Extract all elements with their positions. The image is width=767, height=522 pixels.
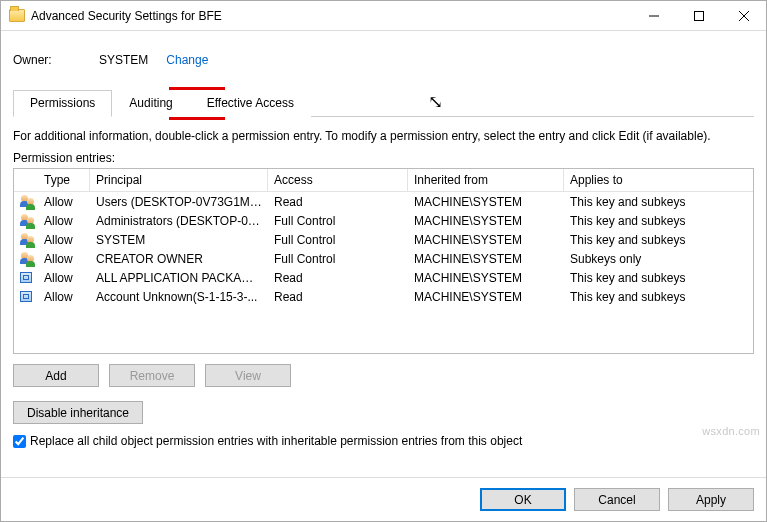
disable-inheritance-button[interactable]: Disable inheritance — [13, 401, 143, 424]
table-row[interactable]: AllowSYSTEMFull ControlMACHINE\SYSTEMThi… — [14, 230, 753, 249]
cell-type: Allow — [38, 213, 90, 229]
grid-buttons: Add Remove View — [13, 364, 754, 387]
view-button[interactable]: View — [205, 364, 291, 387]
col-inherited[interactable]: Inherited from — [408, 169, 564, 191]
cell-type: Allow — [38, 251, 90, 267]
replace-child-checkbox[interactable] — [13, 435, 26, 448]
replace-child-row: Replace all child object permission entr… — [13, 434, 754, 448]
users-icon — [20, 252, 32, 266]
package-icon — [20, 272, 32, 283]
minimize-button[interactable] — [631, 1, 676, 30]
cell-principal: ALL APPLICATION PACKAGES — [90, 270, 268, 286]
users-icon — [20, 233, 32, 247]
folder-icon — [9, 9, 25, 22]
add-button[interactable]: Add — [13, 364, 99, 387]
cell-inherited: MACHINE\SYSTEM — [408, 251, 564, 267]
cell-access: Read — [268, 289, 408, 305]
col-access[interactable]: Access — [268, 169, 408, 191]
cell-principal: Users (DESKTOP-0V73G1M\Us... — [90, 194, 268, 210]
cell-type: Allow — [38, 194, 90, 210]
cell-inherited: MACHINE\SYSTEM — [408, 194, 564, 210]
cell-applies: This key and subkeys — [564, 194, 753, 210]
col-applies[interactable]: Applies to — [564, 169, 753, 191]
table-row[interactable]: AllowAccount Unknown(S-1-15-3-...ReadMAC… — [14, 287, 753, 306]
tab-auditing[interactable]: Auditing — [112, 90, 189, 117]
resize-cursor-icon: ⤡ — [428, 91, 443, 113]
grid-header: Type Principal Access Inherited from App… — [14, 169, 753, 192]
owner-value: SYSTEM — [99, 53, 148, 67]
close-button[interactable] — [721, 1, 766, 30]
col-icon[interactable] — [14, 169, 38, 191]
tab-permissions[interactable]: Permissions — [13, 90, 112, 117]
cell-applies: Subkeys only — [564, 251, 753, 267]
tab-effective-access[interactable]: Effective Access — [190, 90, 311, 117]
table-row[interactable]: AllowALL APPLICATION PACKAGESReadMACHINE… — [14, 268, 753, 287]
table-row[interactable]: AllowUsers (DESKTOP-0V73G1M\Us...ReadMAC… — [14, 192, 753, 211]
cell-inherited: MACHINE\SYSTEM — [408, 289, 564, 305]
cell-principal: Administrators (DESKTOP-0V7... — [90, 213, 268, 229]
content-area: Owner: SYSTEM Change ⤡ Permissions Audit… — [1, 31, 766, 477]
cell-inherited: MACHINE\SYSTEM — [408, 213, 564, 229]
table-row[interactable]: AllowCREATOR OWNERFull ControlMACHINE\SY… — [14, 249, 753, 268]
users-icon — [20, 195, 32, 209]
cell-applies: This key and subkeys — [564, 213, 753, 229]
owner-label: Owner: — [13, 53, 99, 67]
cell-principal: SYSTEM — [90, 232, 268, 248]
cell-type: Allow — [38, 289, 90, 305]
info-text: For additional information, double-click… — [13, 129, 754, 143]
cell-access: Full Control — [268, 232, 408, 248]
tab-strip: Permissions Auditing Effective Access — [13, 89, 754, 117]
ok-button[interactable]: OK — [480, 488, 566, 511]
entries-label: Permission entries: — [13, 151, 754, 165]
maximize-button[interactable] — [676, 1, 721, 30]
cancel-button[interactable]: Cancel — [574, 488, 660, 511]
table-row[interactable]: AllowAdministrators (DESKTOP-0V7...Full … — [14, 211, 753, 230]
cell-access: Full Control — [268, 251, 408, 267]
users-icon — [20, 214, 32, 228]
cell-applies: This key and subkeys — [564, 270, 753, 286]
svg-rect-0 — [694, 11, 703, 20]
security-settings-window: Advanced Security Settings for BFE Owner… — [0, 0, 767, 522]
grid-body: AllowUsers (DESKTOP-0V73G1M\Us...ReadMAC… — [14, 192, 753, 306]
cell-applies: This key and subkeys — [564, 289, 753, 305]
owner-row: Owner: SYSTEM Change — [13, 45, 754, 75]
col-principal[interactable]: Principal — [90, 169, 268, 191]
cell-access: Read — [268, 194, 408, 210]
titlebar: Advanced Security Settings for BFE — [1, 1, 766, 31]
cell-principal: Account Unknown(S-1-15-3-... — [90, 289, 268, 305]
col-type[interactable]: Type — [38, 169, 90, 191]
cell-inherited: MACHINE\SYSTEM — [408, 270, 564, 286]
cell-inherited: MACHINE\SYSTEM — [408, 232, 564, 248]
cell-principal: CREATOR OWNER — [90, 251, 268, 267]
apply-button[interactable]: Apply — [668, 488, 754, 511]
remove-button[interactable]: Remove — [109, 364, 195, 387]
cell-access: Read — [268, 270, 408, 286]
cell-applies: This key and subkeys — [564, 232, 753, 248]
window-title: Advanced Security Settings for BFE — [31, 9, 631, 23]
cell-access: Full Control — [268, 213, 408, 229]
dialog-footer: OK Cancel Apply — [1, 477, 766, 521]
permission-grid[interactable]: Type Principal Access Inherited from App… — [13, 168, 754, 354]
replace-child-label[interactable]: Replace all child object permission entr… — [30, 434, 522, 448]
cell-type: Allow — [38, 232, 90, 248]
cell-type: Allow — [38, 270, 90, 286]
change-owner-link[interactable]: Change — [160, 51, 214, 69]
package-icon — [20, 291, 32, 302]
